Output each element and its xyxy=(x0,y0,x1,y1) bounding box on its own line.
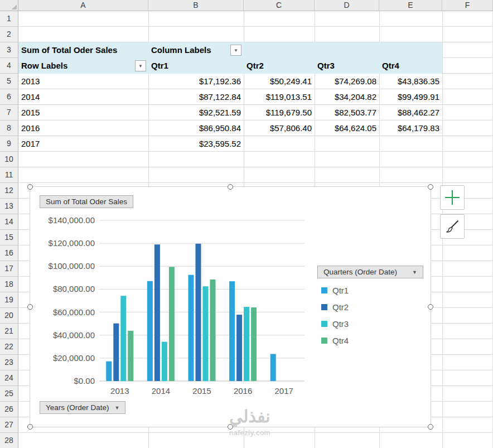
chart-title-label: Sum of Total Oder Sales xyxy=(46,197,127,206)
resize-handle-bottom-right[interactable] xyxy=(428,424,433,430)
column-header-c[interactable]: C xyxy=(244,0,315,11)
row-header-25[interactable]: 25 xyxy=(0,386,18,402)
row-header-18[interactable]: 18 xyxy=(0,277,18,292)
resize-handle-middle-right[interactable] xyxy=(428,304,433,310)
chart-legend: Quarters (Order Date) ▼ Qtr1Qtr2Qtr3Qtr4 xyxy=(317,266,427,345)
cell-value[interactable]: $57,806.40 xyxy=(244,121,315,136)
row-header-26[interactable]: 26 xyxy=(0,402,18,417)
cell-value[interactable]: $88,462.27 xyxy=(379,105,442,121)
row-header-19[interactable]: 19 xyxy=(0,292,18,308)
resize-handle-middle-left[interactable] xyxy=(27,304,33,310)
bar-qtr1-2016[interactable] xyxy=(229,281,235,381)
row-header-24[interactable]: 24 xyxy=(0,370,18,386)
bar-qtr2-2013[interactable] xyxy=(113,324,119,381)
row-header-20[interactable]: 20 xyxy=(0,308,18,324)
row-header-1[interactable]: 1 xyxy=(0,11,18,27)
bar-qtr1-2014[interactable] xyxy=(147,281,153,381)
row-header-3[interactable]: 3 xyxy=(0,42,18,58)
cell-value[interactable]: $119,013.51 xyxy=(244,89,315,105)
bar-qtr4-2016[interactable] xyxy=(251,307,257,381)
column-header-d[interactable]: D xyxy=(315,0,379,11)
column-labels-filter-button[interactable]: ▼ xyxy=(230,45,241,56)
row-header-6[interactable]: 6 xyxy=(0,89,18,105)
row-header-12[interactable]: 12 xyxy=(0,183,18,199)
cell-value[interactable]: $50,249.41 xyxy=(244,74,315,89)
legend-item-qtr3[interactable]: Qtr3 xyxy=(317,319,427,329)
resize-handle-top-left[interactable] xyxy=(27,184,33,190)
y-tick-label: $20,000.00 xyxy=(53,353,95,363)
resize-handle-top-right[interactable] xyxy=(428,184,433,190)
resize-handle-top-middle[interactable] xyxy=(228,184,233,190)
row-header-14[interactable]: 14 xyxy=(0,214,18,230)
legend-field-button[interactable]: Quarters (Order Date) ▼ xyxy=(317,266,423,278)
bar-qtr2-2014[interactable] xyxy=(154,244,160,381)
cell-value[interactable]: $34,204.82 xyxy=(315,89,379,105)
legend-item-qtr1[interactable]: Qtr1 xyxy=(317,286,427,295)
cell-row-label[interactable]: 2014 xyxy=(18,89,148,105)
column-header-a[interactable]: A xyxy=(18,0,148,11)
row-header-4[interactable]: 4 xyxy=(0,58,18,74)
bar-qtr3-2015[interactable] xyxy=(203,286,209,381)
column-header-e[interactable]: E xyxy=(379,0,442,11)
pivot-chart[interactable]: $0.00$20,000.00$40,000.00$60,000.00$80,0… xyxy=(30,186,431,427)
bar-qtr1-2013[interactable] xyxy=(106,362,112,381)
row-header-23[interactable]: 23 xyxy=(0,355,18,370)
row-header-7[interactable]: 7 xyxy=(0,105,18,121)
row-header-5[interactable]: 5 xyxy=(0,74,18,89)
bar-qtr4-2015[interactable] xyxy=(210,280,216,381)
row-header-28[interactable]: 28 xyxy=(0,433,18,448)
chart-title-field-button[interactable]: Sum of Total Oder Sales xyxy=(40,195,133,208)
bar-qtr1-2015[interactable] xyxy=(188,275,194,381)
resize-handle-bottom-left[interactable] xyxy=(27,424,33,430)
bar-qtr4-2013[interactable] xyxy=(128,331,133,381)
row-header-27[interactable]: 27 xyxy=(0,417,18,433)
row-header-22[interactable]: 22 xyxy=(0,339,18,355)
row-header-21[interactable]: 21 xyxy=(0,324,18,339)
legend-items: Qtr1Qtr2Qtr3Qtr4 xyxy=(317,286,427,345)
row-header-8[interactable]: 8 xyxy=(0,121,18,136)
bar-qtr1-2017[interactable] xyxy=(270,354,276,381)
y-tick-label: $60,000.00 xyxy=(53,307,95,317)
row-header-9[interactable]: 9 xyxy=(0,136,18,152)
legend-item-qtr4[interactable]: Qtr4 xyxy=(317,336,427,345)
cell-value[interactable]: $119,679.50 xyxy=(244,105,315,121)
legend-item-qtr2[interactable]: Qtr2 xyxy=(317,302,427,312)
column-header-b[interactable]: B xyxy=(148,0,244,11)
cell-value[interactable]: $99,499.91 xyxy=(379,89,442,105)
cell-value[interactable]: $64,624.05 xyxy=(315,121,379,136)
cell-row-label[interactable]: 2015 xyxy=(18,105,148,121)
cell-value[interactable]: $82,503.77 xyxy=(315,105,379,121)
row-header-11[interactable]: 11 xyxy=(0,167,18,183)
cell-value[interactable]: $17,192.36 xyxy=(148,74,244,89)
row-header-13[interactable]: 13 xyxy=(0,199,18,214)
bar-qtr2-2015[interactable] xyxy=(196,244,201,381)
select-all-corner[interactable] xyxy=(0,0,18,11)
cell-value[interactable]: $43,836.35 xyxy=(379,74,442,89)
row-header-15[interactable]: 15 xyxy=(0,230,18,245)
bar-qtr3-2013[interactable] xyxy=(120,296,126,381)
cell-value[interactable]: $87,122.84 xyxy=(148,89,244,105)
bar-qtr3-2016[interactable] xyxy=(244,307,249,381)
resize-handle-bottom-middle[interactable] xyxy=(228,424,233,430)
bar-qtr2-2016[interactable] xyxy=(236,315,242,381)
cell-row-label[interactable]: 2013 xyxy=(18,74,148,89)
cell-value[interactable]: $86,950.84 xyxy=(148,121,244,136)
bar-qtr4-2014[interactable] xyxy=(169,267,175,381)
paintbrush-icon xyxy=(444,219,460,234)
chart-styles-button[interactable] xyxy=(440,214,465,239)
row-header-17[interactable]: 17 xyxy=(0,261,18,277)
row-header-10[interactable]: 10 xyxy=(0,152,18,167)
axis-field-button[interactable]: Years (Order Date) ▼ xyxy=(40,401,125,414)
cell-row-label[interactable]: 2017 xyxy=(18,136,148,152)
cell-value[interactable]: $74,269.08 xyxy=(315,74,379,89)
chart-elements-button[interactable] xyxy=(440,185,465,210)
row-header-16[interactable]: 16 xyxy=(0,245,18,261)
bar-qtr3-2014[interactable] xyxy=(162,342,167,381)
row-labels-filter-button[interactable]: ▼ xyxy=(135,60,146,71)
cell-row-label[interactable]: 2016 xyxy=(18,121,148,136)
cell-value[interactable]: $92,521.59 xyxy=(148,105,244,121)
column-header-f[interactable]: F xyxy=(442,0,493,11)
cell-value[interactable]: $23,595.52 xyxy=(148,136,244,152)
row-header-2[interactable]: 2 xyxy=(0,27,18,42)
cell-value[interactable]: $64,179.83 xyxy=(379,121,442,136)
